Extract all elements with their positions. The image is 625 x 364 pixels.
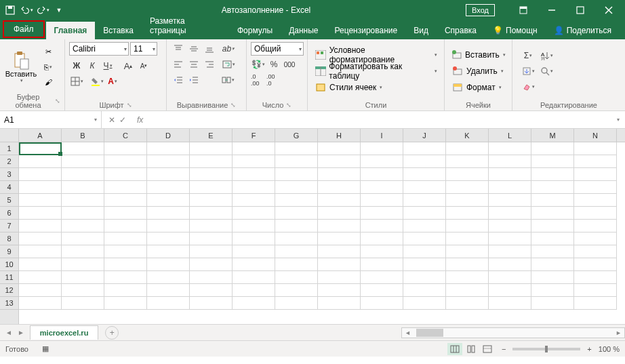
cell[interactable]	[233, 194, 275, 207]
cell[interactable]	[446, 142, 489, 155]
decrease-decimal-icon[interactable]: .00 .0	[266, 73, 281, 87]
cell[interactable]	[233, 168, 275, 181]
cell[interactable]	[403, 297, 446, 310]
cell[interactable]	[190, 181, 233, 194]
cell[interactable]	[489, 245, 531, 258]
accounting-icon[interactable]: 💱▾	[251, 58, 266, 71]
cell[interactable]	[190, 220, 233, 232]
cell[interactable]	[446, 284, 489, 297]
cell[interactable]	[403, 207, 446, 220]
cell[interactable]	[147, 258, 190, 271]
cell[interactable]	[446, 220, 489, 232]
cell[interactable]	[574, 194, 617, 207]
column-header[interactable]: I	[361, 129, 403, 142]
cell[interactable]	[446, 232, 489, 245]
tab-review[interactable]: Рецензирование	[327, 22, 406, 39]
cell[interactable]	[275, 271, 318, 284]
cut-icon[interactable]: ✂	[41, 45, 56, 59]
cell[interactable]	[403, 181, 446, 194]
cell[interactable]	[318, 207, 361, 220]
cell[interactable]	[446, 168, 489, 181]
cell[interactable]	[147, 194, 190, 207]
cell[interactable]	[361, 271, 403, 284]
cell[interactable]	[446, 207, 489, 220]
cell[interactable]	[574, 271, 617, 284]
shrink-font-icon[interactable]: A▾	[136, 59, 151, 73]
sheet-tab[interactable]: microexcel.ru	[30, 325, 99, 340]
cell[interactable]	[574, 258, 617, 271]
cell[interactable]	[147, 232, 190, 245]
clipboard-launcher[interactable]: ⤡	[55, 98, 60, 104]
cell[interactable]	[19, 220, 62, 232]
cell[interactable]	[19, 142, 62, 155]
font-size-combo[interactable]: 11▾	[130, 42, 157, 56]
row-header[interactable]: 4	[0, 181, 18, 194]
cell[interactable]	[531, 207, 574, 220]
row-header[interactable]: 3	[0, 168, 18, 181]
cell[interactable]	[574, 168, 617, 181]
cell[interactable]	[147, 297, 190, 310]
cell[interactable]	[574, 220, 617, 232]
cell[interactable]	[318, 181, 361, 194]
cell[interactable]	[104, 155, 147, 168]
cell[interactable]	[104, 284, 147, 297]
increase-indent-icon[interactable]	[186, 73, 201, 87]
cell[interactable]	[190, 194, 233, 207]
tab-layout[interactable]: Разметка страницы	[142, 12, 229, 39]
cell[interactable]	[275, 142, 318, 155]
cell[interactable]	[446, 245, 489, 258]
number-format-combo[interactable]: Общий▾	[251, 42, 304, 56]
align-top-icon[interactable]	[171, 42, 186, 56]
cell[interactable]	[574, 181, 617, 194]
cell[interactable]	[190, 245, 233, 258]
cell[interactable]	[233, 258, 275, 271]
cell[interactable]	[361, 207, 403, 220]
grow-font-icon[interactable]: A▴	[121, 59, 136, 73]
cell[interactable]	[104, 142, 147, 155]
cell[interactable]	[531, 142, 574, 155]
align-middle-icon[interactable]	[186, 42, 201, 56]
cell[interactable]	[446, 271, 489, 284]
cell[interactable]	[361, 155, 403, 168]
page-break-view-icon[interactable]	[480, 343, 495, 355]
zoom-level[interactable]: 100 %	[599, 345, 620, 353]
cell[interactable]	[446, 194, 489, 207]
cell[interactable]	[147, 284, 190, 297]
number-launcher[interactable]: ⤡	[286, 102, 291, 108]
cell[interactable]	[403, 271, 446, 284]
column-header[interactable]: N	[574, 129, 617, 142]
cell[interactable]	[531, 168, 574, 181]
cell[interactable]	[275, 232, 318, 245]
row-header[interactable]: 1	[0, 142, 18, 155]
cell[interactable]	[489, 168, 531, 181]
cell[interactable]	[361, 220, 403, 232]
cell[interactable]	[233, 220, 275, 232]
cell[interactable]	[19, 194, 62, 207]
cell[interactable]	[19, 181, 62, 194]
cell[interactable]	[190, 271, 233, 284]
cell[interactable]	[446, 181, 489, 194]
cell[interactable]	[318, 297, 361, 310]
find-select-icon[interactable]: ▾	[538, 64, 555, 78]
cell[interactable]	[403, 168, 446, 181]
tab-file[interactable]: Файл	[3, 20, 45, 38]
cell[interactable]	[574, 207, 617, 220]
cell[interactable]	[190, 297, 233, 310]
cell[interactable]	[403, 142, 446, 155]
hscroll-thumb[interactable]	[416, 329, 443, 337]
cell[interactable]	[275, 297, 318, 310]
cell[interactable]	[531, 155, 574, 168]
font-color-icon[interactable]: А▾	[105, 75, 120, 88]
cell[interactable]	[62, 220, 104, 232]
tab-view[interactable]: Вид	[405, 22, 437, 39]
cell[interactable]	[275, 155, 318, 168]
cell[interactable]	[489, 284, 531, 297]
column-header[interactable]: L	[489, 129, 531, 142]
cell[interactable]	[361, 142, 403, 155]
cell[interactable]	[19, 245, 62, 258]
cell[interactable]	[62, 284, 104, 297]
column-header[interactable]: G	[275, 129, 318, 142]
undo-icon[interactable]: ▾	[19, 3, 34, 18]
column-header[interactable]: K	[446, 129, 489, 142]
cell[interactable]	[446, 258, 489, 271]
